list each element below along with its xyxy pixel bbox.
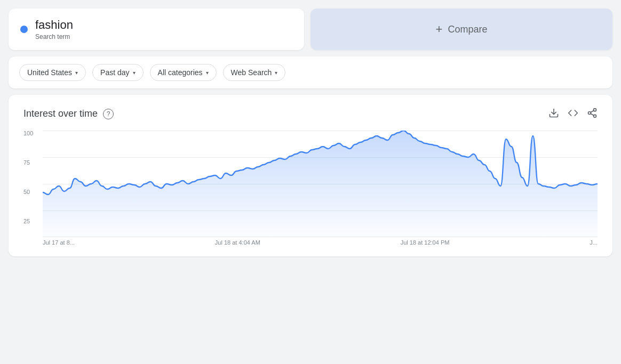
x-label-1: Jul 17 at 8... [43,239,75,246]
chart-svg [43,131,598,237]
search-type-filter[interactable]: Web Search ▾ [223,64,286,81]
location-chevron-icon: ▾ [75,70,78,76]
svg-line-5 [591,111,594,112]
category-filter[interactable]: All categories ▾ [150,64,217,81]
search-term-dot [20,26,28,33]
y-label-100: 100 [23,131,33,136]
time-filter-label: Past day [100,68,129,77]
help-icon[interactable]: ? [103,109,114,119]
search-term-name: fashion [35,18,73,32]
search-term-card: fashion Search term [9,9,304,50]
search-type-filter-label: Web Search [231,68,272,77]
download-icon[interactable] [548,108,559,120]
x-labels: Jul 17 at 8... Jul 18 at 4:04 AM Jul 18 … [43,237,598,248]
compare-card[interactable]: + Compare [310,9,612,50]
card-header: Interest over time ? [23,108,598,120]
embed-icon[interactable] [568,108,578,120]
location-filter-label: United States [27,68,72,77]
main-card: Interest over time ? [9,95,612,256]
top-section: fashion Search term + Compare [9,9,612,50]
x-label-4: J... [590,239,598,246]
location-filter[interactable]: United States ▾ [19,64,86,81]
category-chevron-icon: ▾ [206,70,209,76]
chart-title: Interest over time [23,108,98,119]
time-chevron-icon: ▾ [133,70,136,76]
search-type-chevron-icon: ▾ [275,70,277,76]
chart-y-labels: 100 75 50 25 [23,131,33,248]
search-term-label: Search term [35,33,73,41]
x-label-2: Jul 18 at 4:04 AM [215,239,260,246]
y-label-50: 50 [23,189,33,195]
y-label-25: 25 [23,219,33,224]
card-actions [548,108,598,120]
filters-bar: United States ▾ Past day ▾ All categorie… [9,56,612,88]
category-filter-label: All categories [158,68,203,77]
compare-label: Compare [448,24,487,35]
search-term-text: fashion Search term [35,18,73,41]
card-title-area: Interest over time ? [23,108,114,119]
x-label-3: Jul 18 at 12:04 PM [401,239,450,246]
y-label-75: 75 [23,160,33,166]
chart-area: Jul 17 at 8... Jul 18 at 4:04 AM Jul 18 … [43,131,598,248]
svg-line-4 [591,114,594,116]
compare-plus-icon: + [436,23,443,35]
share-icon[interactable] [587,108,598,120]
time-filter[interactable]: Past day ▾ [92,64,143,81]
chart-container: 100 75 50 25 [23,131,598,248]
